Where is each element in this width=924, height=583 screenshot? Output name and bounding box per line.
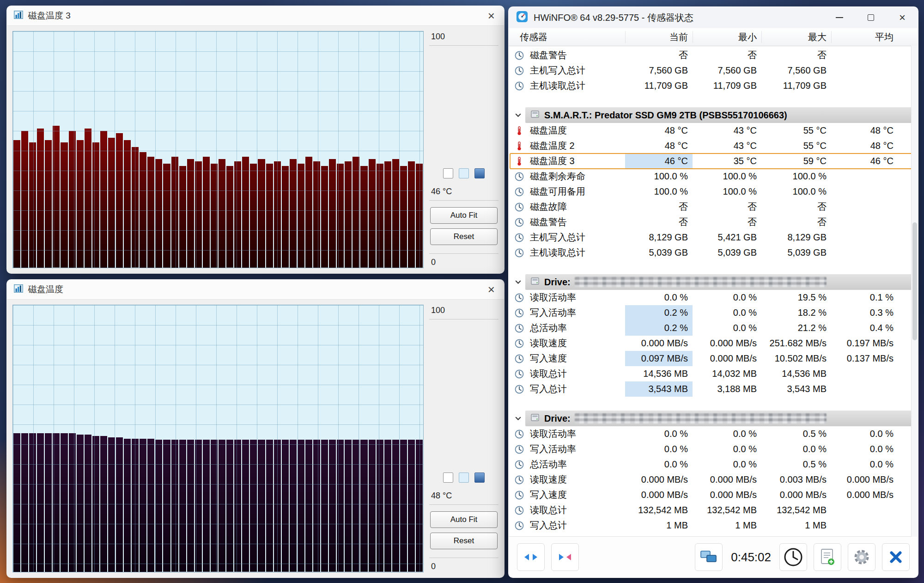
color-swatch-white[interactable] (443, 168, 453, 178)
value-cell: 0.000 MB/s (693, 490, 761, 500)
chevron-down-icon[interactable] (512, 111, 523, 119)
value-cell: 59 °C (761, 156, 831, 166)
chevron-down-icon[interactable] (512, 415, 523, 423)
graph-bar (258, 159, 265, 268)
redacted-drive-name (575, 277, 827, 287)
value-cell: 100.0 % (625, 186, 693, 197)
clock-icon (514, 187, 524, 197)
minimize-button[interactable] (827, 8, 852, 27)
sensor-row[interactable]: 读取活动率0.0 %0.0 %19.5 %0.1 % (509, 290, 918, 305)
report-add-icon (820, 548, 835, 566)
blue-x-icon (889, 550, 903, 564)
sensor-row[interactable]: 写入速度0.000 MB/s0.000 MB/s0.000 MB/s0.000 … (509, 487, 918, 503)
sensor-row[interactable]: 磁盘故障否否否 (509, 199, 918, 215)
sensor-row[interactable]: 磁盘温度 248 °C43 °C55 °C48 °C (509, 138, 918, 153)
value-cell: 0.5 % (761, 459, 831, 470)
collapse-arrows-button[interactable] (551, 543, 579, 571)
close-icon[interactable]: × (483, 283, 499, 295)
graph-bar (13, 140, 20, 268)
sensor-row[interactable]: 写入速度0.097 MB/s0.000 MB/s10.502 MB/s0.137… (509, 351, 918, 366)
clock-icon (514, 444, 524, 454)
scrollbar-thumb[interactable] (912, 222, 917, 340)
sensor-row[interactable]: 总活动率0.0 %0.0 %0.5 %0.0 % (509, 457, 918, 472)
color-swatch-row (429, 168, 498, 178)
value-cell: 100.0 % (761, 186, 831, 197)
column-header-avg[interactable]: 平均 (831, 31, 898, 43)
sensor-row[interactable]: 磁盘警告否否否 (509, 48, 918, 63)
vertical-scrollbar[interactable] (911, 46, 918, 537)
sensor-row[interactable]: 磁盘可用备用100.0 %100.0 %100.0 % (509, 184, 918, 199)
maximize-button[interactable] (858, 8, 884, 27)
sensor-row[interactable]: 磁盘温度48 °C43 °C55 °C48 °C (509, 123, 918, 138)
section-header-row[interactable]: S.M.A.R.T.: Predator SSD GM9 2TB (PSBS55… (509, 107, 918, 123)
auto-fit-button[interactable]: Auto Fit (430, 511, 498, 528)
graph-bar (290, 440, 297, 572)
color-swatch-blue[interactable] (474, 168, 485, 178)
column-header-max[interactable]: 最大 (761, 31, 831, 43)
graph-window-titlebar[interactable]: 磁盘温度 3 × (7, 6, 504, 26)
section-header-row[interactable]: Drive: (509, 274, 918, 290)
graph-bar (321, 440, 328, 572)
chevron-down-icon[interactable] (512, 278, 523, 286)
sensor-row[interactable]: 主机写入总计7,560 GB7,560 GB7,560 GB (509, 63, 918, 78)
sensor-row[interactable]: 读取总计132,542 MB132,542 MB132,542 MB (509, 503, 918, 518)
graph-bar (305, 157, 312, 268)
hwinfo-titlebar[interactable]: HWiNFO® 64 v8.29-5775 - 传感器状态 × (509, 7, 918, 28)
graph-window-title: 磁盘温度 (28, 283, 479, 295)
graph-bar (187, 440, 194, 572)
value-cell: 0.5 % (761, 429, 831, 439)
sensor-row[interactable]: 主机读取总计11,709 GB11,709 GB11,709 GB (509, 78, 918, 93)
settings-button[interactable] (848, 543, 875, 571)
value-cell: 1 MB (761, 520, 831, 531)
graph-bar (37, 433, 44, 572)
color-swatch-white[interactable] (443, 473, 453, 483)
auto-fit-button[interactable]: Auto Fit (430, 207, 498, 224)
sensor-row[interactable]: 写入总计3,543 MB3,188 MB3,543 MB (509, 381, 918, 397)
sensor-label: 读取速度 (530, 473, 625, 486)
reset-button[interactable]: Reset (430, 533, 498, 549)
disk-icon (530, 109, 540, 121)
sensor-row[interactable]: 主机写入总计8,129 GB5,421 GB8,129 GB (509, 230, 918, 245)
remote-monitoring-button[interactable] (695, 543, 723, 571)
sensor-row[interactable]: 总活动率0.2 %0.0 %21.2 %0.4 % (509, 320, 918, 336)
sensor-row[interactable]: 主机读取总计5,039 GB5,039 GB5,039 GB (509, 245, 918, 260)
clock-timer-button[interactable] (779, 543, 807, 571)
sensor-label: 磁盘温度 (530, 124, 625, 137)
sensor-row[interactable]: 写入总计1 MB1 MB1 MB (509, 518, 918, 533)
value-cell: 0.003 MB/s (761, 474, 831, 485)
sensor-row[interactable]: 读取速度0.000 MB/s0.000 MB/s0.003 MB/s0.000 … (509, 472, 918, 487)
graph-window-titlebar[interactable]: 磁盘温度 × (7, 280, 504, 300)
value-cell: 0.3 % (831, 307, 898, 318)
graph-bar (337, 164, 344, 268)
column-header-min[interactable]: 最小 (693, 31, 761, 43)
graph-bar (21, 433, 28, 572)
sensor-row[interactable]: 读取活动率0.0 %0.0 %0.5 %0.0 % (509, 426, 918, 442)
column-header-current[interactable]: 当前 (625, 31, 693, 43)
sensor-row[interactable]: 磁盘警告否否否 (509, 215, 918, 230)
sensor-row[interactable]: 磁盘温度 346 °C35 °C59 °C46 °C (509, 153, 918, 169)
section-header-row[interactable]: Drive: (509, 411, 918, 426)
column-header-sensor[interactable]: 传感器 (509, 31, 625, 43)
graph-bar (155, 440, 162, 572)
clock-icon (514, 293, 524, 303)
sensor-row[interactable]: 读取总计14,536 MB14,032 MB14,536 MB (509, 366, 918, 381)
value-cell: 0.000 MB/s (693, 338, 761, 349)
reset-button[interactable]: Reset (430, 228, 498, 245)
section-label: Drive: (544, 413, 571, 424)
report-button[interactable] (814, 543, 841, 571)
close-button[interactable]: × (889, 8, 915, 27)
sensor-row[interactable]: 磁盘剩余寿命100.0 %100.0 %100.0 % (509, 169, 918, 184)
sensor-row[interactable]: 写入活动率0.0 %0.0 %0.0 %0.0 % (509, 442, 918, 457)
value-cell: 0.0 % (761, 444, 831, 454)
close-icon[interactable]: × (483, 10, 499, 22)
graph-bar (360, 166, 367, 268)
color-swatch-blue[interactable] (474, 473, 485, 483)
sensor-row[interactable]: 读取速度0.000 MB/s0.000 MB/s251.682 MB/s0.19… (509, 336, 918, 351)
color-swatch-lightblue[interactable] (459, 473, 469, 483)
swap-arrows-button[interactable] (517, 543, 545, 571)
sensor-row[interactable]: 写入活动率0.2 %0.0 %18.2 %0.3 % (509, 305, 918, 320)
graph-bar (392, 159, 399, 268)
close-sensors-button[interactable] (882, 543, 910, 571)
color-swatch-lightblue[interactable] (459, 168, 469, 178)
clock-icon (514, 323, 524, 333)
